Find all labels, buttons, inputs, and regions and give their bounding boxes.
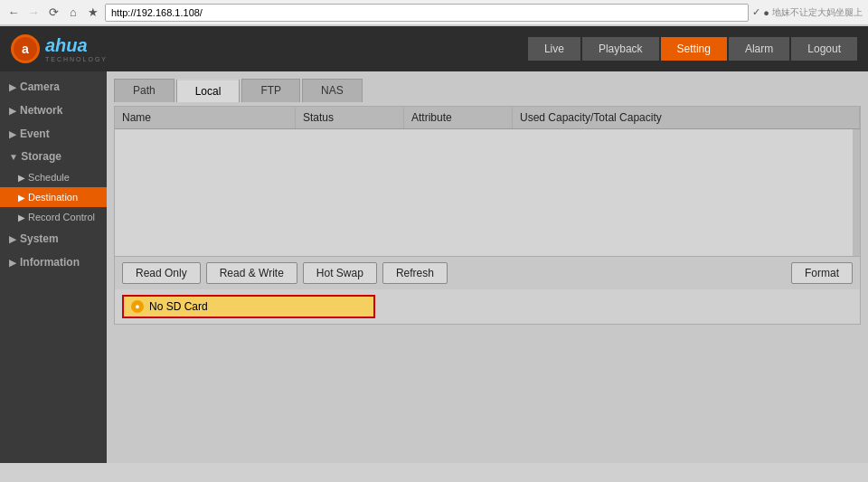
refresh-icon: ✓	[752, 6, 760, 18]
sidebar-item-record-control[interactable]: ▶ Record Control	[0, 207, 107, 227]
sd-card-message: No SD Card	[149, 300, 208, 313]
hot-swap-button[interactable]: Hot Swap	[303, 262, 377, 284]
table-body[interactable]	[115, 129, 860, 256]
read-only-button[interactable]: Read Only	[122, 262, 201, 284]
main-content: Path Local FTP NAS Name Status Attribute…	[107, 71, 868, 463]
logo-icon: a	[11, 34, 40, 63]
tab-nas[interactable]: NAS	[302, 79, 363, 102]
record-arrow-icon: ▶	[18, 213, 25, 222]
col-capacity: Used Capacity/Total Capacity	[513, 107, 860, 128]
logo-text-block: ahua TECHNOLOGY	[45, 35, 108, 62]
col-attribute: Attribute	[404, 107, 513, 128]
sd-card-notice: ● No SD Card	[122, 295, 375, 318]
sidebar-item-destination[interactable]: ▶ Destination	[0, 187, 107, 207]
content-panel: Name Status Attribute Used Capacity/Tota…	[114, 106, 861, 325]
app-container: a ahua TECHNOLOGY Live Playback Setting …	[0, 26, 868, 463]
sidebar: ▶ Camera ▶ Network ▶ Event ▼ Storage ▶ S…	[0, 71, 107, 463]
action-bar: Read Only Read & Write Hot Swap Refresh …	[115, 256, 860, 289]
sidebar-item-schedule[interactable]: ▶ Schedule	[0, 167, 107, 187]
bookmark-button[interactable]: ★	[85, 5, 101, 21]
rss-icon: ●	[763, 7, 769, 18]
nav-live[interactable]: Live	[528, 37, 580, 61]
tab-ftp[interactable]: FTP	[241, 79, 300, 102]
read-write-button[interactable]: Read & Write	[206, 262, 297, 284]
sidebar-section-storage[interactable]: ▼ Storage	[0, 146, 107, 167]
browser-chrome: ← → ⟳ ⌂ ★ ✓ ● 地妹不让定大妈坐腿上	[0, 0, 868, 26]
col-status: Status	[296, 107, 404, 128]
nav-logout[interactable]: Logout	[791, 37, 857, 61]
format-button[interactable]: Format	[791, 262, 853, 284]
back-button[interactable]: ←	[5, 5, 22, 21]
nav-alarm[interactable]: Alarm	[729, 37, 789, 61]
sidebar-item-information[interactable]: ▶ Information	[0, 250, 107, 274]
logo-subtext: TECHNOLOGY	[45, 56, 108, 62]
col-name: Name	[115, 107, 296, 128]
logo-name: ahua	[45, 35, 108, 56]
header-nav: Live Playback Setting Alarm Logout	[528, 37, 857, 61]
tab-bar: Path Local FTP NAS	[114, 79, 861, 102]
tab-path[interactable]: Path	[114, 79, 175, 102]
reload-button[interactable]: ⟳	[45, 5, 61, 21]
sidebar-item-system[interactable]: ▶ System	[0, 227, 107, 250]
browser-right-icons: ✓ ● 地妹不让定大妈坐腿上	[752, 6, 863, 19]
home-button[interactable]: ⌂	[65, 5, 81, 21]
nav-setting[interactable]: Setting	[661, 37, 727, 61]
search-hint: 地妹不让定大妈坐腿上	[772, 6, 863, 19]
browser-toolbar: ← → ⟳ ⌂ ★ ✓ ● 地妹不让定大妈坐腿上	[0, 0, 868, 25]
schedule-arrow-icon: ▶	[18, 173, 25, 183]
sidebar-item-event[interactable]: ▶ Event	[0, 122, 107, 146]
nav-playback[interactable]: Playback	[582, 37, 659, 61]
event-arrow-icon: ▶	[9, 129, 16, 139]
sd-card-icon: ●	[131, 300, 144, 313]
address-bar[interactable]	[105, 4, 749, 22]
destination-arrow-icon: ▶	[18, 193, 25, 203]
table-header: Name Status Attribute Used Capacity/Tota…	[115, 107, 860, 129]
sidebar-item-network[interactable]: ▶ Network	[0, 99, 107, 122]
app-body: ▶ Camera ▶ Network ▶ Event ▼ Storage ▶ S…	[0, 71, 868, 463]
info-arrow-icon: ▶	[9, 258, 16, 268]
storage-arrow-icon: ▼	[9, 152, 18, 162]
svg-text:a: a	[22, 42, 29, 56]
sidebar-item-camera[interactable]: ▶ Camera	[0, 75, 107, 99]
refresh-button[interactable]: Refresh	[382, 262, 448, 284]
network-arrow-icon: ▶	[9, 106, 16, 116]
tab-local[interactable]: Local	[176, 79, 241, 102]
app-header: a ahua TECHNOLOGY Live Playback Setting …	[0, 26, 868, 71]
camera-arrow-icon: ▶	[9, 82, 16, 92]
logo: a ahua TECHNOLOGY	[11, 34, 108, 63]
system-arrow-icon: ▶	[9, 234, 16, 244]
forward-button[interactable]: →	[25, 5, 42, 21]
